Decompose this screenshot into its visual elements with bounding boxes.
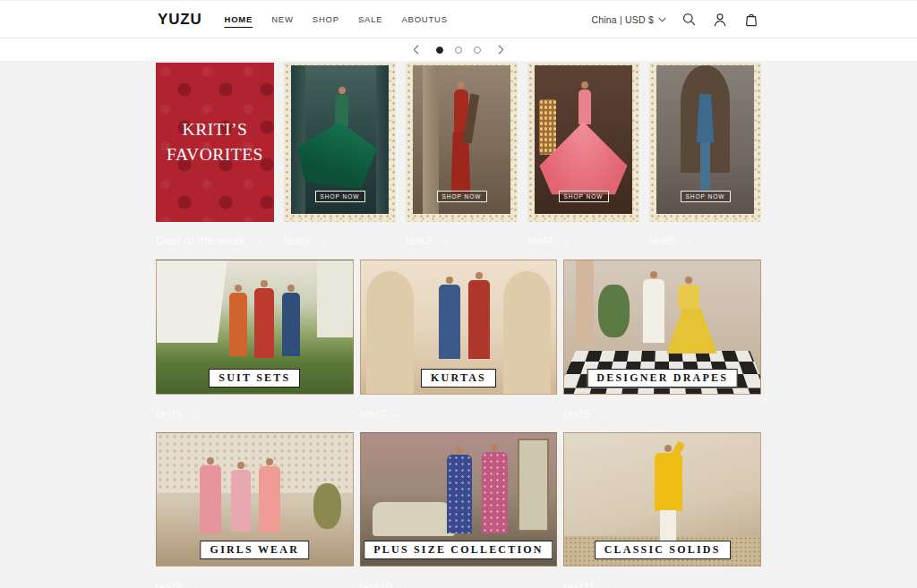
arrow-right-icon: → <box>681 234 692 247</box>
caption-text: test2 <box>284 234 310 247</box>
figure-shape <box>254 288 274 357</box>
chevron-down-icon <box>658 17 666 22</box>
scene-shape <box>317 260 352 337</box>
collection-row-1: SUIT SETS test6 → KURTAS test7 → <box>156 260 761 421</box>
figure-shape <box>447 455 472 534</box>
product-card-test2[interactable]: SHOP NOW <box>284 63 396 222</box>
figure-shape <box>231 470 251 531</box>
collection-link-plus-size[interactable]: PLUS SIZE COLLECTION <box>360 432 558 567</box>
header-actions: China | USD $ <box>591 12 759 28</box>
kritis-favorites-banner[interactable]: KRITI’S FAVORITES <box>156 63 274 222</box>
collection-link-classic-solids[interactable]: CLASSIC SOLIDS <box>563 432 761 567</box>
collection-caption-link-test6[interactable]: test6 → <box>156 406 354 421</box>
figure-shape <box>229 293 247 357</box>
hero-caption-link-test3[interactable]: test3 → <box>406 233 518 247</box>
scene-shape <box>297 122 377 189</box>
carousel-dot-2[interactable] <box>455 47 462 54</box>
collection-link-suit-sets[interactable]: SUIT SETS <box>156 260 354 395</box>
hero-caption-link-test4[interactable]: test4 → <box>527 233 639 247</box>
collection-caption-link-test10[interactable]: test10 → <box>360 579 558 588</box>
collection-label: CLASSIC SOLIDS <box>595 541 731 559</box>
collection-caption-link-test8[interactable]: test8 → <box>563 406 761 421</box>
product-photo: SHOP NOW <box>656 65 754 214</box>
collection-label: GIRLS WEAR <box>201 541 309 559</box>
collection-row-2: GIRLS WEAR test9 → PLUS SIZE COLLECTION … <box>156 432 761 588</box>
product-card-test5[interactable]: SHOP NOW <box>649 63 761 222</box>
collection-tile: GIRLS WEAR test9 → <box>156 432 354 588</box>
scene-shape <box>598 285 630 338</box>
locale-currency-selector[interactable]: China | USD $ <box>591 14 666 25</box>
cart-button[interactable] <box>743 12 759 28</box>
caption-text: test5 <box>649 234 675 247</box>
nav-item-sale[interactable]: SALE <box>358 14 383 24</box>
nav-item-shop[interactable]: SHOP <box>313 14 339 24</box>
arrow-right-icon: → <box>596 407 607 421</box>
caption-text: test10 <box>360 580 393 588</box>
page-content: KRITI’S FAVORITES Deal of the weak → SHO… <box>156 63 761 588</box>
nav-item-new[interactable]: NEW <box>271 14 294 24</box>
hero-slide-product: SHOP NOW test4 → <box>527 63 639 247</box>
collection-link-designer-drapes[interactable]: DESIGNER DRAPES <box>563 260 761 395</box>
scene-shape <box>313 483 341 528</box>
figure-shape <box>282 293 300 357</box>
shop-now-button[interactable]: SHOP NOW <box>437 191 487 202</box>
scene-shape <box>376 65 389 214</box>
nav-item-home[interactable]: HOME <box>224 14 253 24</box>
collection-label: KURTAS <box>421 369 496 388</box>
arrow-right-icon: → <box>315 234 327 247</box>
carousel-dot-3[interactable] <box>474 47 481 54</box>
scene-shape <box>518 439 549 532</box>
search-button[interactable] <box>681 12 697 27</box>
banner-title: KRITI’S FAVORITES <box>160 117 270 166</box>
carousel-controls <box>0 38 917 61</box>
locale-label: China | USD $ <box>591 14 654 25</box>
figure-shape <box>482 452 507 534</box>
hero-caption-link-test2[interactable]: test2 → <box>284 233 396 247</box>
scene-shape <box>157 260 227 343</box>
nav-item-aboutus[interactable]: ABOUTUS <box>401 14 448 24</box>
collection-tile: DESIGNER DRAPES test8 → <box>563 260 761 421</box>
collection-label: PLUS SIZE COLLECTION <box>364 541 553 559</box>
collection-tile: SUIT SETS test6 → <box>156 260 354 421</box>
figure-shape <box>643 279 664 344</box>
hero-caption-link-deal[interactable]: Deal of the weak → <box>156 233 274 247</box>
arrow-right-icon: → <box>559 234 570 247</box>
scene-shape <box>660 510 675 544</box>
account-button[interactable] <box>712 12 728 28</box>
arrow-right-icon: → <box>187 580 199 588</box>
arrow-right-icon: → <box>187 407 199 421</box>
figure-shape <box>468 280 490 359</box>
product-card-test3[interactable]: SHOP NOW <box>406 63 518 222</box>
carousel-prev-button[interactable] <box>407 45 424 55</box>
collection-caption-link-test11[interactable]: test11 → <box>563 579 761 588</box>
cart-bag-icon <box>743 12 759 28</box>
carousel-next-button[interactable] <box>493 45 510 55</box>
scene-shape <box>666 309 717 354</box>
main-nav: HOME NEW SHOP SALE ABOUTUS <box>224 14 447 24</box>
hero-caption-link-test5[interactable]: test5 → <box>649 233 761 247</box>
caption-text: test8 <box>563 407 589 421</box>
logo[interactable]: YUZU <box>158 11 201 29</box>
figure-shape <box>439 285 460 359</box>
scene-shape <box>700 142 710 190</box>
product-card-test4[interactable]: SHOP NOW <box>527 63 639 222</box>
collection-caption-link-test9[interactable]: test9 → <box>156 579 354 588</box>
chevron-right-icon <box>498 45 504 55</box>
shop-now-button[interactable]: SHOP NOW <box>315 191 365 202</box>
shop-now-button[interactable]: SHOP NOW <box>559 191 609 202</box>
collection-link-girls-wear[interactable]: GIRLS WEAR <box>156 432 354 567</box>
hero-slide-banner: KRITI’S FAVORITES Deal of the weak → <box>156 63 274 247</box>
figure-shape <box>200 465 221 534</box>
figure-shape <box>655 453 682 511</box>
figure-shape <box>578 89 591 125</box>
collection-tile: KURTAS test7 → <box>360 260 558 421</box>
collection-caption-link-test7[interactable]: test7 → <box>360 406 558 421</box>
collection-link-kurtas[interactable]: KURTAS <box>360 260 558 395</box>
scene-shape <box>373 502 455 536</box>
caption-text: test3 <box>406 234 432 247</box>
chevron-left-icon <box>413 45 419 55</box>
shop-now-button[interactable]: SHOP NOW <box>681 191 731 202</box>
collection-label: DESIGNER DRAPES <box>587 369 738 388</box>
carousel-dot-1[interactable] <box>436 47 443 54</box>
figure-shape <box>259 466 280 533</box>
